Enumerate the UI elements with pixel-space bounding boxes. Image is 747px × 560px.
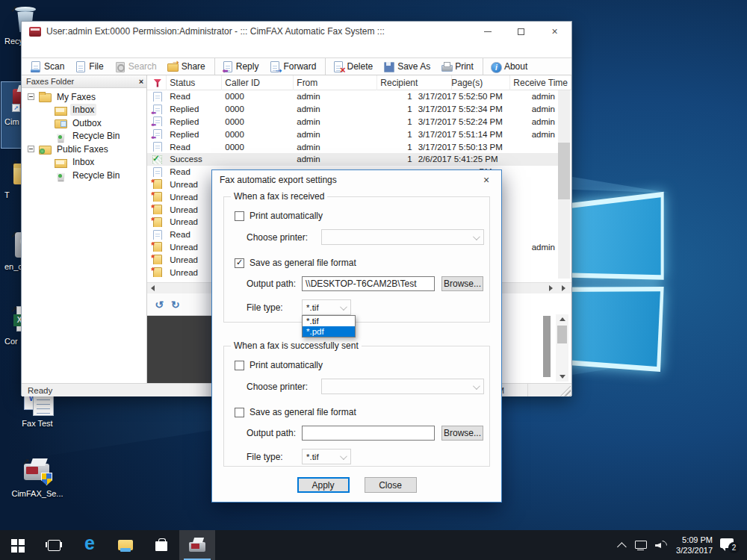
fax-row[interactable]: Read 0000 admin 1 3/17/2017 5:52:50 PM a… — [147, 90, 558, 103]
toolbar-button[interactable]: Forward — [264, 58, 326, 75]
menu-item[interactable] — [53, 48, 66, 51]
filter-column-header[interactable] — [147, 75, 167, 90]
toolbar-button[interactable]: Share — [162, 58, 215, 75]
printer-combobox[interactable] — [321, 229, 484, 245]
toolbar-button[interactable]: Save As — [378, 58, 436, 75]
toolbar-button[interactable]: Delete — [327, 58, 378, 75]
save-format-checkbox[interactable] — [235, 408, 244, 417]
menu-item[interactable] — [80, 48, 93, 51]
toolbar-button[interactable]: Print — [436, 58, 483, 75]
taskbar-app[interactable] — [0, 530, 36, 560]
folders-panel-close-icon[interactable]: × — [139, 77, 143, 86]
column-header-status[interactable]: Status — [167, 75, 222, 90]
toolbar-button[interactable]: Search — [109, 58, 162, 75]
rotate-right-icon[interactable]: ↻ — [171, 299, 180, 311]
taskbar-clock[interactable]: 5:09 PM 3/23/2017 — [676, 535, 713, 556]
output-path-input[interactable]: \\DESKTOP-T6CAM2B\Test — [302, 276, 435, 291]
tree-item[interactable]: Outbox — [22, 116, 146, 130]
save-format-checkbox[interactable] — [235, 258, 244, 268]
close-button[interactable]: × — [538, 22, 571, 41]
tree-item[interactable]: Inbox — [22, 104, 146, 117]
fax-row[interactable]: Replied 0000 admin 1 3/17/2017 5:52:24 P… — [147, 116, 558, 128]
dialog-title: Fax automatic export settings — [220, 175, 471, 185]
file-type-label: File type: — [247, 452, 302, 462]
desktop-icon-image[interactable]: ➚ — [22, 456, 52, 488]
browse-button[interactable]: Browse... — [441, 426, 483, 441]
toolbar-button[interactable]: Reply — [217, 58, 264, 75]
maximize-button[interactable] — [504, 22, 538, 41]
taskbar-app-icon[interactable] — [117, 537, 134, 553]
preview-scrollbar[interactable] — [556, 314, 568, 382]
cell-pages: 1 — [407, 92, 412, 101]
toolbar-button[interactable]: About — [485, 58, 533, 75]
toolbar-button[interactable]: Scan — [25, 58, 69, 75]
desktop-icon[interactable]: ➚ CimFAX_Se... — [1, 454, 79, 523]
action-center-icon[interactable]: 2 — [720, 537, 740, 553]
scroll-up-icon[interactable] — [560, 317, 565, 321]
window-titlebar[interactable]: User:admin Ext:0000 Permission:Administr… — [22, 22, 571, 41]
taskbar-app-icon[interactable] — [46, 537, 62, 553]
file-type-option-tif[interactable]: *.tif — [303, 316, 355, 326]
menu-item[interactable] — [66, 48, 80, 51]
resize-grip[interactable] — [560, 386, 571, 396]
taskbar-app[interactable]: e — [72, 530, 108, 560]
print-automatically-checkbox[interactable] — [235, 361, 244, 370]
tree-expander-icon[interactable] — [28, 93, 34, 100]
choose-printer-row: Choose printer: — [247, 379, 489, 394]
menu-item[interactable] — [26, 48, 40, 51]
tree-item[interactable]: Inbox — [22, 156, 146, 169]
column-header-callerid[interactable]: Caller ID — [222, 75, 294, 90]
file-type-option-pdf[interactable]: *.pdf — [303, 326, 355, 337]
scroll-down-icon[interactable] — [560, 375, 565, 379]
toolbar-button-icon — [269, 61, 280, 72]
taskbar-app[interactable] — [108, 530, 143, 560]
column-header-from[interactable]: From — [294, 75, 377, 90]
shortcut-arrow-icon: ➚ — [12, 104, 20, 112]
tree-item[interactable]: Recycle Bin — [22, 169, 146, 182]
print-automatically-checkbox[interactable] — [235, 211, 244, 221]
taskbar-app[interactable] — [36, 530, 72, 560]
taskbar-app-icon[interactable] — [10, 537, 26, 553]
scrollbar-thumb[interactable] — [558, 143, 570, 199]
volume-icon[interactable] — [655, 540, 669, 550]
menu-item[interactable] — [93, 48, 107, 51]
toolbar-button[interactable]: File — [69, 58, 108, 75]
file-type-combobox[interactable]: *.tif — [302, 449, 351, 464]
tree-item[interactable]: My Faxes — [22, 90, 146, 104]
browse-button[interactable]: Browse... — [441, 276, 483, 291]
taskbar-app[interactable] — [179, 530, 215, 560]
taskbar-app-icon[interactable]: e — [81, 537, 98, 553]
fax-row[interactable]: Replied 0000 admin 1 3/17/2017 5:51:14 P… — [147, 128, 558, 140]
close-dialog-button[interactable]: Close — [365, 477, 417, 493]
list-vertical-scrollbar[interactable] — [558, 90, 570, 279]
output-path-input[interactable] — [302, 426, 435, 441]
scrollbar-thumb[interactable] — [557, 326, 567, 343]
tree-expander-icon[interactable] — [28, 146, 34, 152]
network-icon[interactable] — [634, 540, 648, 550]
scroll-right-icon[interactable] — [549, 285, 553, 291]
system-tray: 5:09 PM 3/23/2017 2 — [620, 530, 747, 560]
taskbar-app-icon[interactable] — [189, 537, 205, 553]
rotate-left-icon[interactable]: ↺ — [155, 299, 164, 311]
menu-item[interactable] — [40, 48, 53, 51]
cimfax-app-icon — [29, 27, 41, 37]
fax-row[interactable]: Replied 0000 admin 1 3/17/2017 5:52:34 P… — [147, 103, 558, 116]
tree-item[interactable]: Public Faxes — [22, 143, 146, 156]
scroll-left-icon[interactable] — [151, 285, 155, 291]
fax-row[interactable]: Success admin 1 2/6/2017 5:41:25 PM — [147, 153, 558, 166]
printer-combobox[interactable] — [321, 379, 484, 394]
dialog-close-button[interactable]: × — [471, 174, 501, 186]
column-header-recipient[interactable]: Recipient — [377, 75, 452, 90]
file-type-combobox[interactable]: *.tif — [302, 299, 351, 315]
apply-button[interactable]: Apply — [297, 477, 350, 493]
column-header-pages[interactable]: Page(s) — [452, 75, 510, 90]
dialog-titlebar[interactable]: Fax automatic export settings × — [212, 170, 501, 190]
taskbar-app-icon[interactable] — [153, 537, 170, 553]
tree-item[interactable]: Recycle Bin — [22, 130, 146, 143]
column-header-receivetime[interactable]: Receive Time — [510, 75, 571, 90]
fax-row[interactable]: Read 0000 admin 1 3/17/2017 5:50:13 PM — [147, 140, 558, 153]
taskbar-app[interactable] — [143, 530, 179, 560]
scroll-right-icon[interactable] — [562, 285, 565, 291]
cell-status: Read — [167, 92, 222, 101]
minimize-button[interactable] — [471, 22, 504, 41]
